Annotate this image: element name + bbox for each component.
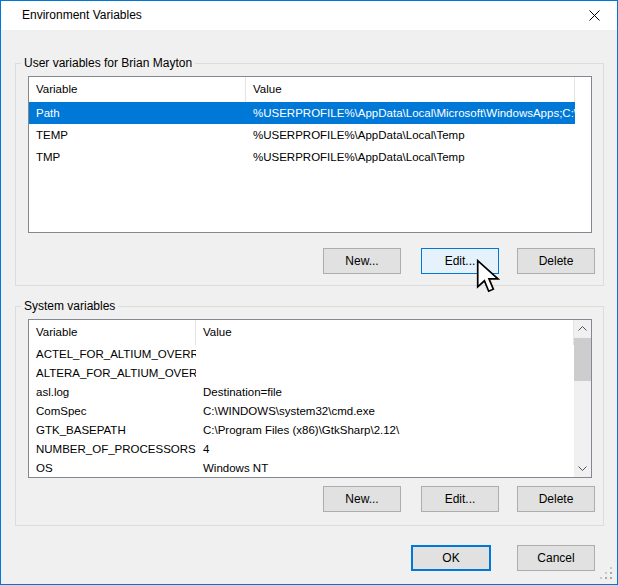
user-column-header-value: Value xyxy=(246,77,575,102)
table-row[interactable]: Path %USERPROFILE%\AppData\Local\Microso… xyxy=(29,102,575,124)
table-row[interactable]: ComSpec C:\WINDOWS\system32\cmd.exe xyxy=(29,402,574,421)
system-list-header: Variable Value xyxy=(29,320,574,345)
cell-value xyxy=(196,345,574,364)
environment-variables-dialog: Environment Variables User variables for… xyxy=(0,0,618,585)
cell-value: Windows NT xyxy=(196,459,574,477)
cell-value: C:\Program Files (x86)\GtkSharp\2.12\ xyxy=(196,421,574,440)
system-variables-group-label: System variables xyxy=(21,299,118,313)
cell-value: %USERPROFILE%\AppData\Local\Temp xyxy=(246,124,591,146)
user-column-header-variable: Variable xyxy=(29,77,246,102)
chevron-down-icon xyxy=(578,466,587,471)
system-delete-button[interactable]: Delete xyxy=(517,486,595,512)
table-row[interactable]: ACTEL_FOR_ALTIUM_OVERR... xyxy=(29,345,574,364)
cell-variable: OS xyxy=(29,459,196,477)
ok-button[interactable]: OK xyxy=(411,545,491,571)
cell-variable: ALTERA_FOR_ALTIUM_OVER... xyxy=(29,364,196,383)
scroll-up-button[interactable] xyxy=(574,320,591,337)
table-row[interactable]: asl.log Destination=file xyxy=(29,383,574,402)
system-new-button[interactable]: New... xyxy=(323,486,401,512)
cell-variable: ACTEL_FOR_ALTIUM_OVERR... xyxy=(29,345,196,364)
user-variables-list[interactable]: Variable Value Path %USERPROFILE%\AppDat… xyxy=(28,76,592,233)
cell-value: %USERPROFILE%\AppData\Local\Microsoft\Wi… xyxy=(246,102,575,124)
cell-value: Destination=file xyxy=(196,383,574,402)
cell-variable: NUMBER_OF_PROCESSORS xyxy=(29,440,196,459)
cell-variable: TMP xyxy=(29,146,246,168)
user-edit-button[interactable]: Edit... xyxy=(421,248,499,274)
window-title: Environment Variables xyxy=(22,8,142,22)
user-variables-group-label: User variables for Brian Mayton xyxy=(21,56,195,70)
cancel-button[interactable]: Cancel xyxy=(517,545,595,571)
table-row[interactable]: ALTERA_FOR_ALTIUM_OVER... xyxy=(29,364,574,383)
user-delete-button[interactable]: Delete xyxy=(517,248,595,274)
table-row[interactable]: OS Windows NT xyxy=(29,459,574,477)
system-column-header-variable: Variable xyxy=(29,320,196,345)
system-edit-button[interactable]: Edit... xyxy=(421,486,499,512)
title-bar[interactable]: Environment Variables xyxy=(1,1,617,30)
close-button[interactable] xyxy=(572,1,617,30)
cell-value: %USERPROFILE%\AppData\Local\Temp xyxy=(246,146,591,168)
vertical-scrollbar[interactable] xyxy=(574,320,591,477)
system-variables-list[interactable]: Variable Value ACTEL_FOR_ALTIUM_OVERR...… xyxy=(28,319,592,478)
user-list-header: Variable Value xyxy=(29,77,591,102)
cell-value: C:\WINDOWS\system32\cmd.exe xyxy=(196,402,574,421)
cell-value xyxy=(196,364,574,383)
scrollbar-thumb[interactable] xyxy=(574,338,591,381)
cell-value: 4 xyxy=(196,440,574,459)
cell-variable: TEMP xyxy=(29,124,246,146)
scroll-down-button[interactable] xyxy=(574,460,591,477)
cell-variable: Path xyxy=(29,102,246,124)
table-row[interactable]: TEMP %USERPROFILE%\AppData\Local\Temp xyxy=(29,124,591,146)
chevron-up-icon xyxy=(578,326,587,331)
cell-variable: asl.log xyxy=(29,383,196,402)
table-row[interactable]: GTK_BASEPATH C:\Program Files (x86)\GtkS… xyxy=(29,421,574,440)
cell-variable: GTK_BASEPATH xyxy=(29,421,196,440)
cell-variable: ComSpec xyxy=(29,402,196,421)
system-column-header-value: Value xyxy=(196,320,574,345)
close-icon xyxy=(589,10,600,21)
user-new-button[interactable]: New... xyxy=(323,248,401,274)
table-row[interactable]: NUMBER_OF_PROCESSORS 4 xyxy=(29,440,574,459)
table-row[interactable]: TMP %USERPROFILE%\AppData\Local\Temp xyxy=(29,146,591,168)
resize-grip[interactable] xyxy=(600,567,613,580)
